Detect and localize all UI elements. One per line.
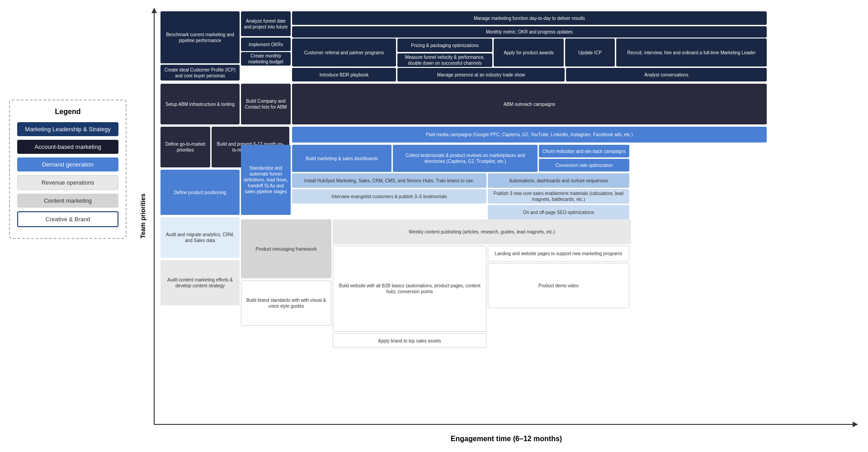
cell-build-company-contact: Build Company and Contact lists for ABM (241, 84, 291, 124)
cell-customer-referral: Customer referral and partner programs (292, 38, 396, 67)
cell-audit-content: Audit content marketing efforts & develo… (160, 260, 240, 305)
x-axis-arrow (154, 424, 854, 425)
y-axis-label: Team priorities (139, 9, 146, 423)
cell-apply-product-awards: Apply for product awards (494, 38, 564, 67)
x-axis-label: Engagement time (6–12 months) (160, 435, 852, 443)
cell-benchmark: Benchmark current marketing and pipeline… (160, 11, 240, 63)
cell-collect-testimonials: Collect testimonials & product reviews o… (393, 145, 538, 172)
cell-install-hubspot: Install HubSpot Marketing, Sales, CRM, C… (292, 173, 486, 188)
grid-content: Benchmark current marketing and pipeline… (160, 11, 852, 423)
cell-on-off-seo: On and off-page SEO optimizations (488, 205, 629, 219)
legend-item-revenue[interactable]: Revenue operations (17, 175, 118, 190)
cell-define-product-positioning: Define product positioning (160, 170, 240, 215)
legend-title: Legend (17, 108, 118, 116)
cell-audit-migrate: Audit and migrate analytics, CRM, and Sa… (160, 217, 240, 258)
cell-create-monthly-budget: Create monthly marketing budget (241, 52, 291, 66)
cell-build-marketing-sales-dash: Build marketing & sales dashboards (292, 145, 392, 172)
cell-build-website: Build website with all B2B basics (autom… (333, 246, 486, 332)
cell-manage-marketing: Manage marketing function day-to-day to … (292, 11, 767, 25)
legend-panel: Legend Marketing Leadership & Strategy A… (9, 100, 127, 239)
cell-churn-reduction: Churn reduction and win-back campaigns (539, 145, 629, 157)
cell-abm-outreach: ABM outreach campaigns (292, 84, 767, 124)
legend-item-marketing[interactable]: Marketing Leadership & Strategy (17, 122, 118, 136)
cell-analyst-conversations: Analyst conversations (566, 68, 767, 81)
cell-implement-okrs: Implement OKRs (241, 38, 291, 51)
cell-standardize-funnel: Standardize and automate funnel definiti… (241, 145, 291, 215)
cell-weekly-content: Weekly content publishing (articles, res… (333, 219, 631, 244)
cell-define-go-to-market: Define go-to-market priorities (160, 127, 210, 167)
cell-conversion-rate: Conversion rate optimization (539, 159, 629, 171)
cell-landing-website-pages: Landing and website pages to support new… (488, 246, 629, 262)
cell-paid-media: Paid media campaigns (Google PPC, Capter… (292, 127, 767, 143)
cell-monthly-metric: Monthly metric; OKR and progress updates (292, 26, 767, 38)
cell-update-icp: Update ICP (565, 38, 615, 67)
cell-product-messaging: Product messaging framework (241, 219, 331, 278)
y-axis-arrow (154, 11, 155, 425)
legend-item-content[interactable]: Content marketing (17, 194, 118, 208)
cell-product-demo-video: Product demo video (488, 263, 629, 308)
cell-manage-trade-show: Manage presence at an industry trade sho… (397, 68, 565, 81)
cell-introduce-bdr: Introduce BDR playbook (292, 68, 396, 81)
cell-measure-funnel: Measure funnel velocity & performance, d… (397, 53, 492, 67)
cell-pricing-packaging: Pricing & packaging optimizations (397, 38, 492, 52)
cell-analyze-funnel: Analyze funnel date and project into fut… (241, 11, 291, 36)
legend-box: Legend Marketing Leadership & Strategy A… (9, 100, 127, 239)
cell-recruit: Recruit, interview, hire and onboard a f… (616, 38, 767, 67)
legend-item-demand[interactable]: Demand generation (17, 157, 118, 171)
cell-create-icp: Create ideal Customer Profile (ICP) and … (160, 65, 240, 81)
cell-interview-evangelist: Interview evangelist customers & publish… (292, 189, 486, 204)
cell-apply-brand-sales: Apply brand to top sales assets (333, 333, 486, 348)
cell-setup-abm: Setup ABM infrastructure & tooling (160, 84, 240, 124)
page-container: Legend Marketing Leadership & Strategy A… (0, 0, 868, 452)
chart-area: Team priorities Engagement time (6–12 mo… (136, 9, 859, 443)
cell-build-brand-standards: Build brand standards with with visual &… (241, 281, 331, 326)
cell-automations-dashboards: Automations, dashboards and nurture sequ… (488, 173, 629, 188)
legend-item-abm[interactable]: Account-based marketing (17, 140, 118, 154)
legend-item-creative[interactable]: Creative & Brand (17, 211, 118, 227)
cell-publish-3-new: Publish 3 new core sales enablement mate… (488, 189, 629, 204)
